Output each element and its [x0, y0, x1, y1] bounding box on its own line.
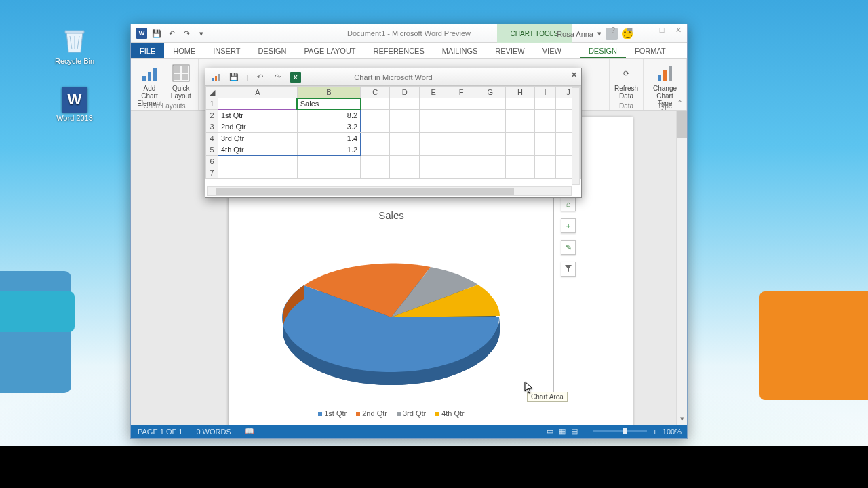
col-header[interactable]: G [475, 87, 505, 98]
tab-chart-format[interactable]: FORMAT [626, 43, 675, 58]
svg-rect-12 [212, 78, 214, 81]
close-icon[interactable]: ✕ [672, 26, 684, 35]
data-grid[interactable]: ◢ A B C D E F G H I J 1 Sales 21st Qtr8.… [205, 86, 581, 181]
tab-design[interactable]: DESIGN [249, 43, 295, 58]
chart-side-buttons: ⌂ + ✎ [561, 197, 576, 283]
funnel-icon [564, 264, 572, 274]
col-header[interactable]: A [218, 87, 298, 98]
brush-icon: ✎ [566, 243, 572, 252]
desktop-icon-label: Recycle Bin [49, 57, 100, 65]
tab-pagelayout[interactable]: PAGE LAYOUT [296, 43, 365, 58]
spellcheck-icon[interactable]: 📖 [238, 427, 261, 436]
tab-home[interactable]: HOME [164, 43, 204, 58]
tab-view[interactable]: VIEW [534, 43, 570, 58]
svg-rect-9 [663, 70, 667, 81]
svg-rect-1 [148, 72, 151, 81]
tab-file[interactable]: FILE [131, 43, 164, 58]
zoom-level[interactable]: 100% [663, 428, 682, 436]
chart-layout-options-button[interactable]: ⌂ [561, 197, 576, 211]
datasheet-vscroll[interactable] [572, 87, 580, 185]
svg-rect-2 [153, 68, 157, 81]
col-header[interactable]: F [448, 87, 475, 98]
undo-icon[interactable]: ↶ [166, 28, 177, 39]
svg-rect-5 [182, 66, 188, 73]
add-chart-element-icon [139, 62, 161, 84]
svg-rect-13 [215, 76, 217, 81]
scroll-down-icon[interactable]: ▾ [677, 414, 687, 425]
status-words: 0 WORDS [189, 428, 237, 436]
col-header[interactable]: C [361, 87, 390, 98]
vertical-scrollbar[interactable]: ▴ ▾ [676, 111, 687, 425]
tab-chart-design[interactable]: DESIGN [580, 43, 626, 58]
help-icon[interactable]: ? [607, 26, 619, 35]
plus-icon: + [566, 222, 570, 230]
change-chart-type-icon [654, 62, 676, 84]
svg-rect-8 [658, 75, 661, 81]
close-icon[interactable]: ✕ [571, 70, 577, 79]
ribbon-group-label: Data [610, 102, 643, 110]
chart-area-tooltip: Chart Area [527, 392, 568, 402]
redo-icon[interactable]: ↷ [181, 28, 192, 39]
col-header[interactable]: I [535, 87, 556, 98]
title-bar: W 💾 ↶ ↷ ▾ Document1 - Microsoft Word Pre… [131, 24, 687, 43]
layout-icon: ⌂ [566, 200, 571, 208]
tab-references[interactable]: REFERENCES [365, 43, 433, 58]
col-header[interactable]: H [505, 87, 534, 98]
desktop-icon-label: Word 2013 [49, 114, 100, 122]
print-layout-icon[interactable]: ▦ [559, 427, 566, 436]
desktop-word-shortcut[interactable]: Word 2013 [49, 87, 100, 122]
pie-chart[interactable] [269, 229, 513, 405]
excel-icon[interactable]: X [290, 72, 301, 83]
tab-review[interactable]: REVIEW [486, 43, 533, 58]
word-icon [62, 87, 87, 113]
zoom-out-icon[interactable]: − [583, 428, 587, 436]
chart-elements-button[interactable]: + [561, 218, 576, 233]
tab-insert[interactable]: INSERT [204, 43, 249, 58]
col-header[interactable]: D [390, 87, 419, 98]
user-name: Rosa Anna [557, 30, 593, 38]
undo-icon[interactable]: ↶ [255, 72, 266, 83]
refresh-icon: ⟳ [616, 62, 637, 84]
word-icon: W [136, 28, 147, 39]
chart-legend: 1st Qtr 2nd Qtr 3rd Qtr 4th Qtr [229, 409, 553, 418]
quick-layout-button[interactable]: Quick Layout [167, 61, 195, 108]
ribbon-tabs: FILE HOME INSERT DESIGN PAGE LAYOUT REFE… [131, 43, 687, 59]
zoom-slider[interactable] [593, 430, 647, 432]
web-layout-icon[interactable]: ▤ [571, 427, 578, 436]
svg-rect-14 [218, 74, 220, 81]
status-page: PAGE 1 OF 1 [131, 428, 189, 436]
tab-mailings[interactable]: MAILINGS [433, 43, 487, 58]
svg-rect-10 [669, 66, 672, 81]
svg-rect-0 [142, 76, 146, 81]
recycle-bin-icon [59, 24, 90, 56]
refresh-data-button[interactable]: ⟳ Refresh Data [612, 61, 641, 101]
redo-icon[interactable]: ↷ [273, 72, 283, 83]
datasheet-hscroll[interactable] [207, 186, 572, 196]
chart-filters-button[interactable] [561, 262, 576, 277]
save-icon[interactable]: 💾 [151, 28, 162, 39]
col-header[interactable]: E [419, 87, 448, 98]
qat-more-icon[interactable]: ▾ [196, 28, 207, 39]
chart-title: Sales [229, 205, 553, 225]
cell-b1[interactable]: Sales [297, 98, 360, 110]
svg-rect-7 [182, 74, 188, 80]
select-all-cell[interactable]: ◢ [206, 87, 218, 98]
save-icon[interactable]: 💾 [229, 72, 239, 83]
read-mode-icon[interactable]: ▭ [547, 427, 553, 436]
maximize-icon[interactable]: □ [656, 26, 668, 35]
chart-datasheet-window: 💾 | ↶ ↷ X Chart in Microsoft Word ✕ ◢ A … [205, 68, 582, 198]
scroll-thumb[interactable] [677, 111, 687, 138]
col-header[interactable]: B [297, 87, 360, 98]
quick-layout-icon [170, 62, 192, 84]
chart-styles-button[interactable]: ✎ [561, 240, 576, 255]
minimize-icon[interactable]: — [639, 26, 652, 35]
zoom-in-icon[interactable]: + [652, 428, 656, 436]
svg-rect-6 [174, 74, 180, 80]
desktop-recycle-bin[interactable]: Recycle Bin [49, 24, 100, 65]
add-chart-element-button[interactable]: Add Chart Element [134, 61, 165, 108]
datasheet-title-bar: 💾 | ↶ ↷ X Chart in Microsoft Word ✕ [205, 68, 581, 86]
ribbon-display-icon[interactable]: ⬒ [623, 26, 635, 35]
ribbon-group-label: Chart Layouts [131, 102, 198, 110]
svg-rect-4 [174, 66, 180, 73]
collapse-ribbon-icon[interactable]: ⌃ [677, 99, 683, 108]
